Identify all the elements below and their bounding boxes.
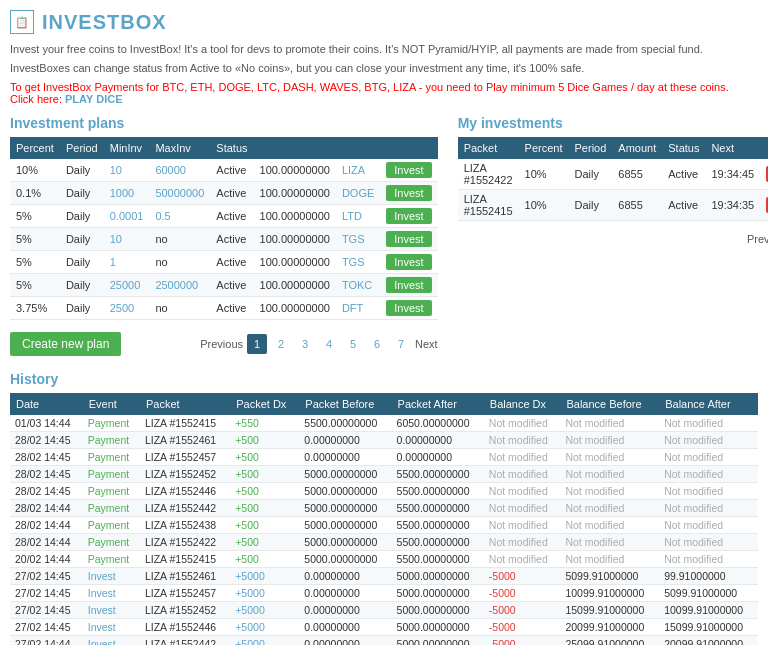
plan-status: Active [210, 273, 253, 296]
plan-action: Invest [380, 273, 437, 296]
h-bdx: -5000 [484, 567, 561, 584]
mi-amount: 6855 [612, 159, 662, 190]
history-row-7: 28/02 14:44 Payment LIZA #1552422 +500 5… [10, 533, 758, 550]
col-coin [336, 137, 380, 159]
h-dx: +5000 [230, 618, 299, 635]
h-date: 27/02 14:45 [10, 618, 83, 635]
h-date: 27/02 14:45 [10, 567, 83, 584]
plan-mininv: 10 [104, 227, 150, 250]
h-dx: +5000 [230, 584, 299, 601]
h-event: Payment [83, 482, 140, 499]
mi-period: Daily [569, 159, 613, 190]
invest-button-4[interactable]: Invest [386, 254, 431, 270]
h-bafter: Not modified [659, 550, 758, 567]
mi-period: Daily [569, 189, 613, 220]
plans-page-3[interactable]: 3 [295, 334, 315, 354]
h-packet: LIZA #1552457 [140, 584, 230, 601]
h-bafter: 20099.91000000 [659, 635, 758, 645]
plan-row-1: 0.1% Daily 1000 50000000 Active 100.0000… [10, 181, 438, 204]
plans-prev[interactable]: Previous [200, 338, 243, 350]
h-before: 5000.00000000 [299, 550, 391, 567]
col-maxinv: MaxInv [149, 137, 210, 159]
plan-coin: TGS [336, 250, 380, 273]
investment-plans-table: Percent Period MinInv MaxInv Status 10% … [10, 137, 438, 320]
mi-packet: LIZA #1552415 [458, 189, 519, 220]
invest-button-6[interactable]: Invest [386, 300, 431, 316]
h-dx: +500 [230, 482, 299, 499]
h-bdx: Not modified [484, 482, 561, 499]
h-dx: +500 [230, 431, 299, 448]
invest-button-3[interactable]: Invest [386, 231, 431, 247]
h-after: 0.00000000 [392, 431, 484, 448]
history-row-3: 28/02 14:45 Payment LIZA #1552452 +500 5… [10, 465, 758, 482]
h-col-bafter: Balance After [659, 393, 758, 415]
plan-maxinv: 0.5 [149, 204, 210, 227]
plan-mininv: 25000 [104, 273, 150, 296]
play-dice-link[interactable]: PLAY DICE [65, 93, 122, 105]
plan-row-0: 10% Daily 10 60000 Active 100.00000000 L… [10, 159, 438, 182]
h-packet: LIZA #1552446 [140, 618, 230, 635]
invest-button-5[interactable]: Invest [386, 277, 431, 293]
h-col-bbefore: Balance Before [560, 393, 659, 415]
plans-page-7[interactable]: 7 [391, 334, 411, 354]
plans-page-2[interactable]: 2 [271, 334, 291, 354]
h-packet: LIZA #1552415 [140, 550, 230, 567]
h-bafter: Not modified [659, 415, 758, 432]
col-value [254, 137, 336, 159]
plans-page-5[interactable]: 5 [343, 334, 363, 354]
h-date: 28/02 14:44 [10, 499, 83, 516]
h-date: 27/02 14:45 [10, 601, 83, 618]
h-before: 5000.00000000 [299, 465, 391, 482]
create-plan-button[interactable]: Create new plan [10, 332, 121, 356]
plan-row-2: 5% Daily 0.0001 0.5 Active 100.00000000 … [10, 204, 438, 227]
h-dx: +500 [230, 499, 299, 516]
h-before: 0.00000000 [299, 635, 391, 645]
h-before: 5500.00000000 [299, 415, 391, 432]
plans-next[interactable]: Next [415, 338, 438, 350]
plans-page-6[interactable]: 6 [367, 334, 387, 354]
col-action [380, 137, 437, 159]
plan-value: 100.00000000 [254, 227, 336, 250]
h-bbefore: Not modified [560, 431, 659, 448]
h-bdx: -5000 [484, 601, 561, 618]
mi-action: Close [760, 189, 768, 220]
h-bbefore: Not modified [560, 516, 659, 533]
mi-col-next: Next [705, 137, 760, 159]
h-bdx: -5000 [484, 635, 561, 645]
plans-page-4[interactable]: 4 [319, 334, 339, 354]
investment-plans-section: Investment plans Percent Period MinInv M… [10, 115, 438, 356]
history-title: History [10, 371, 758, 387]
h-before: 5000.00000000 [299, 482, 391, 499]
mi-status: Active [662, 189, 705, 220]
plan-period: Daily [60, 250, 104, 273]
h-bafter: 15099.91000000 [659, 618, 758, 635]
h-dx: +500 [230, 533, 299, 550]
invest-button-0[interactable]: Invest [386, 162, 431, 178]
h-after: 5000.00000000 [392, 618, 484, 635]
mi-col-amount: Amount [612, 137, 662, 159]
plan-action: Invest [380, 181, 437, 204]
plan-status: Active [210, 250, 253, 273]
plans-page-1[interactable]: 1 [247, 334, 267, 354]
h-bafter: Not modified [659, 448, 758, 465]
h-bdx: Not modified [484, 550, 561, 567]
h-packet: LIZA #1552415 [140, 415, 230, 432]
my-investments-header: Packet Percent Period Amount Status Next [458, 137, 768, 159]
my-investments-body: LIZA #1552422 10% Daily 6855 Active 19:3… [458, 159, 768, 221]
h-dx: +5000 [230, 635, 299, 645]
plan-value: 100.00000000 [254, 204, 336, 227]
h-event: Payment [83, 499, 140, 516]
mi-col-period: Period [569, 137, 613, 159]
history-row-10: 27/02 14:45 Invest LIZA #1552457 +5000 0… [10, 584, 758, 601]
h-bafter: Not modified [659, 533, 758, 550]
my-inv-prev[interactable]: Previous [747, 233, 768, 245]
invest-button-1[interactable]: Invest [386, 185, 431, 201]
plans-pagination: Previous 1 2 3 4 5 6 7 Next [200, 334, 437, 354]
h-packet: LIZA #1552442 [140, 499, 230, 516]
h-after: 5500.00000000 [392, 533, 484, 550]
h-packet: LIZA #1552442 [140, 635, 230, 645]
invest-button-2[interactable]: Invest [386, 208, 431, 224]
history-row-8: 20/02 14:44 Payment LIZA #1552415 +500 5… [10, 550, 758, 567]
h-date: 27/02 14:44 [10, 635, 83, 645]
h-bdx: Not modified [484, 465, 561, 482]
